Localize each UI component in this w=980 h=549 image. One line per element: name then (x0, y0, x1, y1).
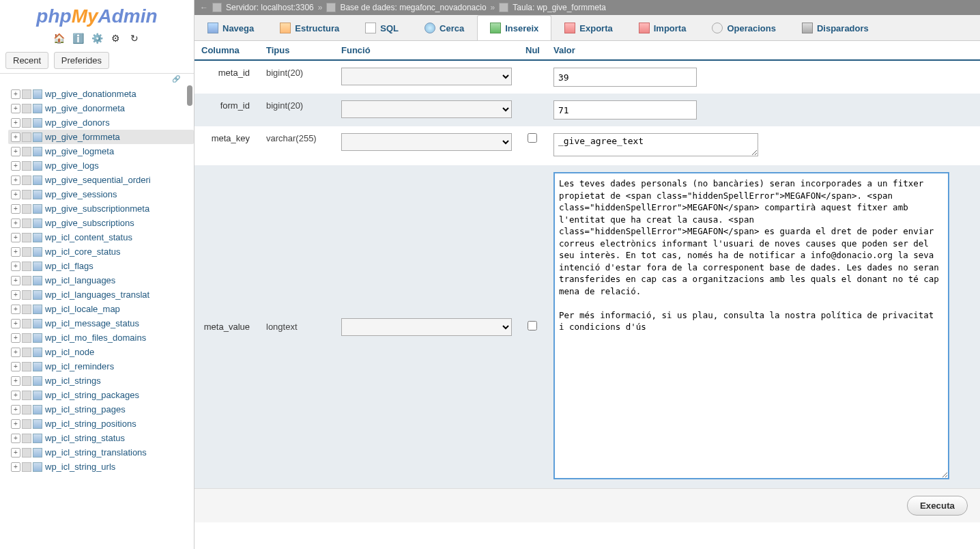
tree-item-wp_icl_string_urls[interactable]: +wp_icl_string_urls (8, 460, 194, 474)
expand-icon[interactable]: + (11, 319, 20, 328)
form-footer: Executa (194, 488, 980, 522)
expand-icon[interactable]: + (11, 247, 20, 257)
value-input-meta_value[interactable] (553, 172, 949, 479)
tree-item-wp_give_sequential_orderi[interactable]: +wp_give_sequential_orderi (8, 173, 194, 187)
tree-item-wp_icl_reminders[interactable]: +wp_icl_reminders (8, 359, 194, 374)
link-icon[interactable]: 🔗 (0, 74, 194, 84)
tab-export[interactable]: Exporta (551, 15, 625, 40)
home-icon[interactable]: 🏠 (53, 33, 66, 45)
function-select-meta_id[interactable] (341, 68, 512, 85)
tab-trig[interactable]: Disparadors (789, 15, 882, 40)
tab-recent[interactable]: Recent (5, 52, 48, 69)
expand-icon[interactable]: + (11, 348, 20, 357)
gear-icon[interactable]: ⚙ (110, 33, 122, 45)
expand-icon[interactable]: + (11, 333, 20, 343)
tree-item-wp_icl_string_status[interactable]: +wp_icl_string_status (8, 431, 194, 445)
execute-button[interactable]: Executa (907, 496, 968, 516)
tree-item-wp_give_donormeta[interactable]: +wp_give_donormeta (8, 101, 194, 115)
tree-item-wp_icl_string_packages[interactable]: +wp_icl_string_packages (8, 388, 194, 402)
tree-item-wp_icl_string_positions[interactable]: +wp_icl_string_positions (8, 417, 194, 431)
function-select-meta_value[interactable] (341, 318, 512, 336)
expand-icon[interactable]: + (11, 262, 20, 271)
tree-item-wp_give_subscriptionmeta[interactable]: +wp_give_subscriptionmeta (8, 201, 194, 216)
reload-icon[interactable]: ↻ (128, 33, 141, 45)
expand-icon[interactable]: + (11, 104, 20, 113)
expand-icon[interactable]: + (11, 448, 20, 458)
breadcrumb-table[interactable]: Taula: wp_give_formmeta (513, 3, 606, 12)
function-select-form_id[interactable] (341, 100, 512, 118)
function-select-meta_key[interactable] (341, 133, 512, 151)
tree-item-wp_icl_locale_map[interactable]: +wp_icl_locale_map (8, 302, 194, 316)
value-input-meta_key[interactable] (553, 133, 758, 156)
tree-item-wp_icl_languages[interactable]: +wp_icl_languages (8, 273, 194, 287)
tree-item-wp_icl_languages_translat[interactable]: +wp_icl_languages_translat (8, 287, 194, 302)
breadcrumb-server[interactable]: Servidor: localhost:3306 (226, 3, 314, 12)
col-type: longtext (259, 165, 334, 488)
content: Columna Tipus Funció Nul Valor meta_idbi… (194, 41, 980, 549)
value-input-form_id[interactable] (553, 100, 697, 119)
info-icon[interactable]: ℹ️ (72, 33, 84, 45)
tree-item-wp_icl_node[interactable]: +wp_icl_node (8, 345, 194, 359)
tab-browse[interactable]: Navega (194, 15, 267, 40)
tree-item-wp_icl_string_pages[interactable]: +wp_icl_string_pages (8, 402, 194, 417)
table-icon (33, 391, 42, 400)
table-icon (22, 434, 31, 443)
expand-icon[interactable]: + (11, 147, 20, 156)
tab-struct[interactable]: Estructura (267, 15, 352, 40)
main-tabs: NavegaEstructuraSQLCercaInsereixExportaI… (194, 15, 980, 41)
tree-item-wp_icl_content_status[interactable]: +wp_icl_content_status (8, 230, 194, 244)
breadcrumb-database[interactable]: Base de dades: megafonc_novadonacio (340, 3, 486, 12)
tree-item-wp_give_logs[interactable]: +wp_give_logs (8, 158, 194, 173)
expand-icon[interactable]: + (11, 405, 20, 414)
tree-item-wp_icl_flags[interactable]: +wp_icl_flags (8, 259, 194, 273)
expand-icon[interactable]: + (11, 118, 20, 128)
tab-import[interactable]: Importa (626, 15, 700, 40)
value-input-meta_id[interactable] (553, 68, 697, 87)
expand-icon[interactable]: + (11, 290, 20, 300)
expand-icon[interactable]: + (11, 362, 20, 371)
null-checkbox-meta_key[interactable] (528, 133, 537, 143)
expand-icon[interactable]: + (11, 190, 20, 199)
logo[interactable]: phpMyAdmin (0, 0, 194, 30)
settings-icon[interactable]: ⚙️ (91, 33, 103, 45)
tab-sql[interactable]: SQL (352, 15, 412, 40)
expand-icon[interactable]: + (11, 89, 20, 99)
tree-item-wp_icl_string_translations[interactable]: +wp_icl_string_translations (8, 445, 194, 460)
expand-icon[interactable]: + (11, 161, 20, 171)
tree-item-label: wp_icl_message_status (45, 318, 139, 328)
tree-item-wp_icl_strings[interactable]: +wp_icl_strings (8, 374, 194, 388)
expand-icon[interactable]: + (11, 305, 20, 314)
expand-icon[interactable]: + (11, 132, 20, 142)
tab-insert[interactable]: Insereix (477, 15, 551, 40)
expand-icon[interactable]: + (11, 434, 20, 443)
tree-item-wp_give_formmeta[interactable]: +wp_give_formmeta (8, 130, 194, 144)
expand-icon[interactable]: + (11, 462, 20, 472)
expand-icon[interactable]: + (11, 276, 20, 285)
expand-icon[interactable]: + (11, 233, 20, 242)
expand-icon[interactable]: + (11, 219, 20, 228)
tree-item-label: wp_give_logs (45, 160, 99, 171)
tree-item-wp_give_sessions[interactable]: +wp_give_sessions (8, 187, 194, 201)
expand-icon[interactable]: + (11, 376, 20, 386)
tree-item-wp_icl_core_status[interactable]: +wp_icl_core_status (8, 244, 194, 259)
expand-icon[interactable]: + (11, 391, 20, 400)
tab-search[interactable]: Cerca (412, 15, 477, 40)
back-arrow-icon[interactable]: ← (200, 3, 208, 12)
tree-scrollbar[interactable] (187, 84, 192, 549)
tree-item-wp_give_subscriptions[interactable]: +wp_give_subscriptions (8, 216, 194, 230)
expand-icon[interactable]: + (11, 175, 20, 185)
tree-item-label: wp_icl_reminders (45, 361, 114, 371)
tree-item-wp_icl_mo_files_domains[interactable]: +wp_icl_mo_files_domains (8, 330, 194, 345)
tab-ops[interactable]: Operacions (699, 15, 789, 40)
col-func (334, 165, 519, 488)
expand-icon[interactable]: + (11, 419, 20, 429)
expand-icon[interactable]: + (11, 204, 20, 214)
null-checkbox-meta_value[interactable] (528, 321, 537, 330)
tab-preferides[interactable]: Preferides (54, 52, 109, 69)
tree-item-wp_give_logmeta[interactable]: +wp_give_logmeta (8, 144, 194, 158)
table-icon (22, 132, 31, 142)
table-icon (33, 405, 42, 414)
tree-item-wp_give_donors[interactable]: +wp_give_donors (8, 115, 194, 130)
tree-item-wp_give_donationmeta[interactable]: +wp_give_donationmeta (8, 87, 194, 101)
tree-item-wp_icl_message_status[interactable]: +wp_icl_message_status (8, 316, 194, 330)
